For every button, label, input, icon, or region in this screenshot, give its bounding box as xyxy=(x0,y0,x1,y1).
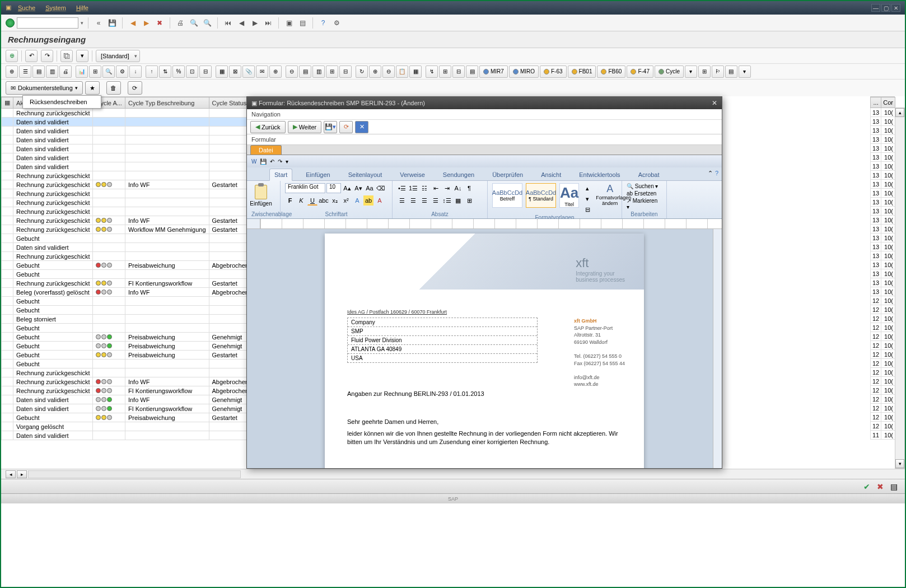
table-row[interactable]: 1310( xyxy=(871,153,895,162)
word-help-icon[interactable]: ? xyxy=(715,170,718,177)
table-row[interactable]: Daten sind validiertInfo WFGenehmigt xyxy=(2,395,247,404)
document-scrollbar[interactable] xyxy=(713,229,722,468)
table-row[interactable]: GebuchtPreisabweichungGenehmigt xyxy=(2,342,247,351)
table-row[interactable]: 1310( xyxy=(871,225,895,234)
copy-icon[interactable]: ⿻ xyxy=(60,50,73,62)
ribbon-tab-verweise[interactable]: Verweise xyxy=(395,169,429,180)
toolbar-button-9[interactable]: ↓ xyxy=(129,66,142,78)
status-cancel-icon[interactable]: ✖ xyxy=(875,481,886,492)
toolbar-button-2[interactable]: ▤ xyxy=(32,66,45,78)
help-icon[interactable]: ? xyxy=(317,17,329,29)
table-row[interactable]: Rechnung zurückgeschickt xyxy=(2,368,247,377)
close-button[interactable]: ✕ xyxy=(891,4,900,12)
table-row[interactable]: Daten sind validiert xyxy=(2,144,247,153)
table-row[interactable]: 1310( xyxy=(871,242,895,251)
qat-redo-icon[interactable]: ↷ xyxy=(278,158,282,165)
table-row[interactable]: Gebucht xyxy=(2,324,247,333)
subscript-icon[interactable]: x₂ xyxy=(330,195,340,206)
toolbar-button-7[interactable]: 🔍 xyxy=(102,66,115,78)
table-row[interactable]: 1310( xyxy=(871,189,895,198)
style-titel[interactable]: AaTitel xyxy=(559,183,579,208)
table-row[interactable]: Daten sind validiert xyxy=(2,127,247,136)
shrink-font-icon[interactable]: A▾ xyxy=(353,183,363,193)
table-row[interactable]: GebuchtPreisabweichungGestartet xyxy=(2,351,247,360)
table-row[interactable]: 1210( xyxy=(871,332,895,341)
align-left-icon[interactable]: ☰ xyxy=(397,195,407,206)
toolbar-button-26[interactable]: ⊕ xyxy=(369,66,381,78)
multilevel-icon[interactable]: ☷ xyxy=(419,183,429,193)
toolbar-button-8[interactable]: ⚙ xyxy=(116,66,128,78)
table-row[interactable]: 1310( xyxy=(871,207,895,216)
style-standard[interactable]: AaBbCcDd¶ Standard xyxy=(526,183,556,208)
table-row[interactable]: 1210( xyxy=(871,368,895,377)
toolbar-button-15[interactable]: ▦ xyxy=(216,66,228,78)
table-row[interactable]: Rechnung zurückgeschicktFI Kontierungswo… xyxy=(2,386,247,395)
scroll-up-icon[interactable]: ▴ xyxy=(895,108,904,117)
ribbon-tab-start[interactable]: Start xyxy=(269,169,292,181)
favorite-icon[interactable]: ★ xyxy=(85,81,100,95)
table-row[interactable]: 1310( xyxy=(871,135,895,144)
table-row[interactable]: 1310( xyxy=(871,287,895,296)
qat-save-icon[interactable]: 💾 xyxy=(260,158,267,165)
toolbar-button-18[interactable]: ✉ xyxy=(256,66,268,78)
table-row[interactable]: Rechnung zurückgeschicktInfo WFGestartet xyxy=(2,180,247,189)
toolbar-button-20[interactable]: ⊖ xyxy=(286,66,298,78)
numbering-icon[interactable]: 1☰ xyxy=(408,183,418,193)
table-row[interactable]: 1310( xyxy=(871,269,895,278)
table-row[interactable]: 1310( xyxy=(871,162,895,171)
nav-back-icon[interactable]: ◀ xyxy=(127,17,138,29)
table-row[interactable]: Rechnung zurückgeschicktInfo WFGestartet xyxy=(2,216,247,225)
table-row[interactable]: 1310( xyxy=(871,108,895,117)
font-name-select[interactable]: Franklin Got xyxy=(285,183,325,193)
table-row[interactable]: 1210( xyxy=(871,323,895,332)
toolbar-button-33[interactable]: ▤ xyxy=(466,66,478,78)
align-right-icon[interactable]: ☰ xyxy=(419,195,429,206)
document-scroll[interactable]: xft Integrating your business processes … xyxy=(247,229,722,468)
table-row[interactable]: Gebucht xyxy=(2,360,247,368)
change-case-icon[interactable]: Aa xyxy=(365,183,375,193)
table-row[interactable]: 1210( xyxy=(871,341,895,350)
table-row[interactable]: 1310( xyxy=(871,180,895,189)
table-row[interactable]: 1310( xyxy=(871,126,895,135)
next-page-icon[interactable]: ▶ xyxy=(249,17,260,29)
table-row[interactable]: Daten sind validiert xyxy=(2,431,247,440)
find-button[interactable]: 🔍 Suchen ▾ xyxy=(627,183,658,189)
ribbon-tab-ansicht[interactable]: Ansicht xyxy=(536,169,566,180)
table-row[interactable]: Daten sind validiert xyxy=(2,153,247,162)
horizontal-scrollbar[interactable]: ◂ ▸ xyxy=(1,469,905,479)
toolbar-button-22[interactable]: ▥ xyxy=(312,66,325,78)
table-row[interactable]: Rechnung zurückgeschicktInfo WFAbgebroch… xyxy=(2,377,247,386)
table-row[interactable]: Gebucht xyxy=(2,306,247,315)
table-row[interactable]: Beleg (vorerfasst) gelöschtInfo WFAbgebr… xyxy=(2,288,247,297)
menu-help[interactable]: Hilfe xyxy=(76,4,88,11)
nav-fwd-icon[interactable]: ▶ xyxy=(141,17,152,29)
col-cycle-status[interactable]: Cycle Status xyxy=(209,97,246,109)
toolbar-button-25[interactable]: ↻ xyxy=(356,66,368,78)
print-icon[interactable]: 🖨 xyxy=(175,17,186,29)
toolbar-button-32[interactable]: ⊟ xyxy=(452,66,465,78)
table-row[interactable]: Rechnung zurückgeschickt xyxy=(2,109,247,118)
toolbar-button-28[interactable]: 📋 xyxy=(396,66,408,78)
toolbar-button-31[interactable]: ⊞ xyxy=(439,66,451,78)
menu-system[interactable]: System xyxy=(45,4,66,11)
tcode-button-f-63[interactable]: F-63 xyxy=(540,66,567,78)
bullets-icon[interactable]: •☰ xyxy=(397,183,407,193)
tcode-button-miro[interactable]: MIRO xyxy=(509,66,539,78)
refresh-form-icon[interactable]: ⟳ xyxy=(339,121,353,133)
text-effect-icon[interactable]: A xyxy=(352,195,362,206)
toolbar-button-6[interactable]: ⊞ xyxy=(89,66,101,78)
table-row[interactable]: 1210( xyxy=(871,413,895,422)
trailing-button-1[interactable]: ⊞ xyxy=(698,66,711,78)
trailing-button-3[interactable]: ▤ xyxy=(725,66,737,78)
status-ok-icon[interactable]: ✔ xyxy=(861,481,872,492)
underline-icon[interactable]: U xyxy=(307,195,317,206)
table-row[interactable]: Rechnung zurückgeschickt xyxy=(2,189,247,198)
table-row[interactable]: Daten sind validiertFI Kontierungsworkfl… xyxy=(2,404,247,413)
sort-icon[interactable]: A↓ xyxy=(453,183,463,193)
toolbar-button-14[interactable]: ⊟ xyxy=(199,66,212,78)
ribbon-tab-seitenlayout[interactable]: Seitenlayout xyxy=(344,169,387,180)
trailing-button-0[interactable]: ▾ xyxy=(685,66,697,78)
table-row[interactable]: 1310( xyxy=(871,251,895,260)
table-row[interactable]: 1210( xyxy=(871,404,895,413)
prev-page-icon[interactable]: ◀ xyxy=(236,17,247,29)
